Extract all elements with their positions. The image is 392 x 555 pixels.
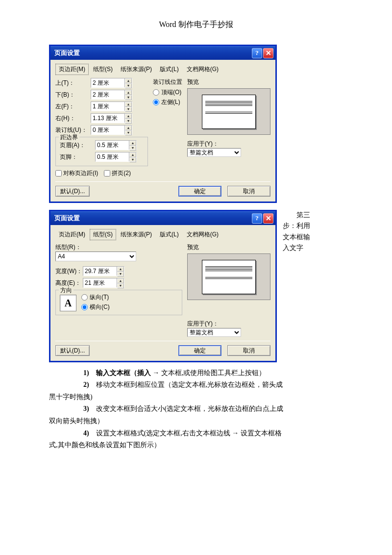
tab-source[interactable]: 纸张来源(P) [117, 229, 155, 240]
input-right[interactable] [91, 114, 124, 123]
orientation-icon: A [60, 295, 76, 311]
label-right: 右(H)： [55, 114, 91, 123]
page-setup-dialog-margins: 页面设置 ? ✕ 页边距(M) 纸型(S) 纸张来源(P) 版式(L) 文档网格… [49, 45, 277, 203]
label-landscape: 横向(C) [90, 303, 110, 311]
tab-strip: 页边距(M) 纸型(S) 纸张来源(P) 版式(L) 文档网格(G) [55, 64, 270, 75]
radio-gutter-left[interactable] [153, 99, 159, 105]
ok-button[interactable]: 确定 [178, 345, 221, 356]
label-left: 左(F)： [55, 102, 91, 111]
label-papertype: 纸型(R)： [55, 243, 182, 252]
page-setup-dialog-paper: 页面设置 ? ✕ 页边距(M) 纸型(S) 纸张来源(P) 版式(L) 文档网格… [49, 210, 277, 362]
select-apply[interactable]: 整篇文档 [187, 328, 241, 337]
input-bottom[interactable] [91, 90, 124, 99]
label-preview: 预览 [187, 78, 270, 86]
label-bottom: 下(B)： [55, 91, 91, 99]
label-top: 上(T)： [55, 79, 91, 87]
label-gutter-left: 左侧(L) [161, 98, 180, 106]
spinner-width[interactable]: ▲▼ [83, 266, 124, 276]
page-title: Word 制作电子手抄报 [49, 20, 343, 30]
cancel-button[interactable]: 取消 [227, 345, 270, 356]
input-header[interactable] [96, 141, 129, 150]
cancel-button[interactable]: 取消 [227, 186, 270, 197]
tab-margins[interactable]: 页边距(M) [55, 229, 89, 240]
input-gutter[interactable] [91, 126, 124, 134]
default-button[interactable]: 默认(D)... [55, 186, 90, 197]
ok-button[interactable]: 确定 [178, 186, 221, 197]
label-portrait: 纵向(T) [90, 293, 109, 302]
label-apply: 应用于(Y)： [187, 140, 270, 148]
tab-paper[interactable]: 纸型(S) [90, 229, 116, 240]
tab-source[interactable]: 纸张来源(P) [117, 64, 155, 75]
step-2: 2)2) 移动文本框到相应位置（选定文本框,光标放在边框处，箭头成 移动文本框到… [83, 379, 343, 390]
close-icon[interactable]: ✕ [263, 48, 273, 58]
preview-area [187, 253, 270, 300]
preview-area [187, 88, 270, 135]
tab-paper[interactable]: 纸型(S) [90, 64, 116, 75]
label-apply: 应用于(Y)： [187, 320, 270, 328]
help-icon[interactable]: ? [252, 48, 262, 58]
input-width[interactable] [83, 267, 117, 276]
select-paper[interactable]: A4 [55, 252, 136, 261]
tab-layout[interactable]: 版式(L) [156, 229, 182, 240]
step-3-cont: 双向箭头时拖拽） [49, 416, 343, 427]
label-footer: 页脚： [60, 153, 95, 161]
tab-grid[interactable]: 文档网格(G) [183, 229, 222, 240]
titlebar[interactable]: 页面设置 ? ✕ [50, 46, 275, 60]
side-note: 第三步：利用文本框输入文字 [277, 210, 316, 254]
group-edge: 页眉(A)：▲▼ 页脚：▲▼ [55, 137, 148, 166]
spinner-right[interactable]: ▲▼ [91, 113, 132, 123]
spinner-footer[interactable]: ▲▼ [95, 152, 137, 162]
step-4: 4) 设置文本框格式(选定文本框,右击文本框边线 → 设置文本框格 [83, 428, 343, 439]
spinner-height[interactable]: ▲▼ [83, 278, 124, 288]
spinner-top[interactable]: ▲▼ [91, 78, 132, 88]
step-4-cont: 式,其中颜色和线条设置如下图所示） [49, 440, 343, 451]
step-3: 3) 改变文本框到合适大小(选定文本框，光标放在边框的白点上成 [83, 404, 343, 414]
checkbox-mirror[interactable]: 对称页边距(I) [55, 169, 98, 177]
input-left[interactable] [91, 102, 124, 111]
tab-layout[interactable]: 版式(L) [156, 64, 182, 75]
input-footer[interactable] [96, 152, 129, 161]
radio-gutter-top[interactable] [153, 89, 159, 96]
instruction-steps: 1) 输入文本框（插入 → 文本框,或使用绘图工具栏上按钮） 2)2) 移动文本… [49, 367, 343, 451]
radio-portrait[interactable] [81, 294, 88, 301]
label-header: 页眉(A)： [60, 141, 95, 150]
default-button[interactable]: 默认(D)... [55, 345, 90, 356]
checkbox-twopage[interactable]: 拼页(2) [104, 169, 131, 177]
select-apply[interactable]: 整篇文档 [187, 148, 241, 157]
label-preview: 预览 [187, 243, 270, 252]
input-height[interactable] [83, 278, 117, 287]
step-2-cont: 黑十字时拖拽) [49, 392, 343, 403]
dialog-caption: 页面设置 [54, 214, 251, 223]
close-icon[interactable]: ✕ [263, 213, 273, 224]
group-orientation: A 纵向(T) 横向(C) [55, 290, 182, 315]
label-gutter-top: 顶端(O) [161, 88, 181, 97]
titlebar[interactable]: 页面设置 ? ✕ [50, 211, 275, 225]
step-1: 1) 输入文本框（插入 → 文本框,或使用绘图工具栏上按钮） [83, 367, 343, 378]
help-icon[interactable]: ? [252, 213, 262, 224]
label-width: 宽度(W)： [55, 267, 83, 276]
dialog-caption: 页面设置 [54, 49, 251, 57]
spinner-header[interactable]: ▲▼ [95, 140, 137, 150]
radio-landscape[interactable] [81, 304, 88, 310]
tab-margins[interactable]: 页边距(M) [55, 64, 89, 75]
input-top[interactable] [91, 78, 124, 87]
spinner-bottom[interactable]: ▲▼ [91, 90, 132, 100]
tab-grid[interactable]: 文档网格(G) [183, 64, 222, 75]
label-gutter: 装订线(U)： [55, 126, 91, 134]
label-gutter-pos: 装订线位置 [153, 78, 182, 86]
spinner-left[interactable]: ▲▼ [91, 101, 132, 111]
spinner-gutter[interactable]: ▲▼ [91, 125, 132, 135]
label-height: 高度(E)： [55, 279, 83, 287]
tab-strip: 页边距(M) 纸型(S) 纸张来源(P) 版式(L) 文档网格(G) [55, 229, 270, 240]
